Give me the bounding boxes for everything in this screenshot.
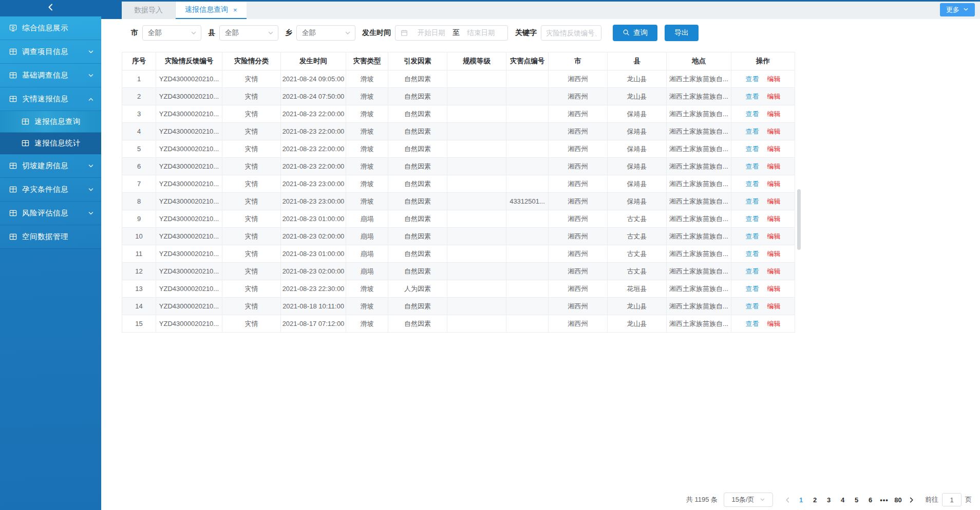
cell-county: 保靖县 [608, 193, 667, 210]
cell-factor: 自然因素 [388, 123, 447, 140]
edit-link[interactable]: 编辑 [767, 197, 781, 205]
pager-page-3[interactable]: 3 [822, 496, 836, 504]
pager-page-4[interactable]: 4 [836, 496, 850, 504]
vertical-scrollbar-thumb[interactable] [797, 189, 801, 250]
tab-data-import[interactable]: 数据导入 [122, 2, 176, 19]
cell-actions: 查看编辑 [731, 123, 795, 140]
sidebar-item-5[interactable]: 孕灾条件信息 [0, 178, 101, 202]
sidebar-item-2[interactable]: 基础调查信息 [0, 64, 101, 87]
view-link[interactable]: 查看 [746, 267, 759, 275]
view-link[interactable]: 查看 [746, 180, 759, 188]
view-link[interactable]: 查看 [746, 250, 759, 258]
edit-link[interactable]: 编辑 [767, 232, 781, 240]
cell-no: 11 [122, 245, 156, 263]
view-link[interactable]: 查看 [746, 145, 759, 153]
keyword-input[interactable] [541, 25, 601, 41]
start-date-placeholder[interactable]: 开始日期 [410, 28, 453, 38]
sidebar-subitem-3-1[interactable]: 速报信息统计 [0, 133, 101, 154]
edit-link[interactable]: 编辑 [767, 302, 781, 310]
page-size-select[interactable]: 15条/页 [724, 493, 773, 507]
close-icon[interactable]: × [233, 6, 237, 14]
view-link[interactable]: 查看 [746, 75, 759, 83]
cell-time: 2021-08-23 01:00:00 [281, 245, 346, 263]
edit-link[interactable]: 编辑 [767, 110, 781, 118]
cell-city: 湘西州 [549, 210, 608, 228]
edit-link[interactable]: 编辑 [767, 320, 781, 327]
view-link[interactable]: 查看 [746, 215, 759, 223]
cell-county: 古丈县 [608, 228, 667, 245]
edit-link[interactable]: 编辑 [767, 250, 781, 258]
cell-scale [447, 280, 506, 298]
column-header: 灾险情分类 [222, 52, 281, 70]
view-link[interactable]: 查看 [746, 285, 759, 293]
cell-actions: 查看编辑 [731, 158, 795, 175]
export-button[interactable]: 导出 [665, 25, 699, 41]
pager-page-6[interactable]: 6 [863, 496, 877, 504]
chevron-down-icon [191, 30, 197, 36]
cell-scale [447, 193, 506, 210]
cell-time: 2021-08-23 01:00:00 [281, 210, 346, 228]
cell-city: 湘西州 [549, 228, 608, 245]
cell-type: 滑坡 [346, 315, 388, 333]
edit-link[interactable]: 编辑 [767, 93, 781, 100]
more-button[interactable]: 更多 [940, 3, 975, 16]
city-select[interactable]: 全部 [142, 25, 201, 41]
cell-location: 湘西土家族苗族自... [667, 193, 731, 210]
pager-page-80[interactable]: 80 [891, 496, 905, 504]
sidebar-item-1[interactable]: 调查项目信息 [0, 40, 101, 64]
chevron-down-icon [345, 30, 351, 36]
table-row: 2YZD43000020210...灾情2021-08-24 07:50:00滑… [122, 88, 795, 105]
county-select[interactable]: 全部 [219, 25, 278, 41]
end-date-placeholder[interactable]: 结束日期 [460, 28, 502, 38]
cell-point_code [506, 88, 549, 105]
edit-link[interactable]: 编辑 [767, 75, 781, 83]
sidebar-item-6[interactable]: 风险评估信息 [0, 202, 101, 225]
date-range-picker[interactable]: 开始日期 至 结束日期 [395, 25, 508, 41]
pager-prev-icon[interactable] [784, 497, 791, 503]
cell-point_code [506, 123, 549, 140]
view-link[interactable]: 查看 [746, 320, 759, 327]
sidebar-item-4[interactable]: 切坡建房信息 [0, 154, 101, 178]
sidebar-item-label: 基础调查信息 [22, 70, 68, 80]
view-link[interactable]: 查看 [746, 302, 759, 310]
sidebar-item-3[interactable]: 灾情速报信息 [0, 87, 101, 111]
edit-link[interactable]: 编辑 [767, 267, 781, 275]
edit-link[interactable]: 编辑 [767, 162, 781, 170]
goto-label: 前往 [925, 495, 938, 504]
cell-location: 湘西土家族苗族自... [667, 88, 731, 105]
view-link[interactable]: 查看 [746, 128, 759, 135]
pager-page-2[interactable]: 2 [808, 496, 822, 504]
view-link[interactable]: 查看 [746, 110, 759, 118]
cell-code: YZD43000020210... [156, 210, 222, 228]
cell-category: 灾情 [222, 245, 281, 263]
cell-actions: 查看编辑 [731, 280, 795, 298]
view-link[interactable]: 查看 [746, 197, 759, 205]
sidebar-collapse-button[interactable] [0, 0, 101, 16]
column-header: 地点 [667, 52, 731, 70]
pager-next-icon[interactable] [908, 497, 915, 503]
view-link[interactable]: 查看 [746, 232, 759, 240]
pager-page-5[interactable]: 5 [850, 496, 863, 504]
cell-time: 2021-08-24 09:05:00 [281, 70, 346, 88]
column-header: 灾害点编号 [506, 52, 549, 70]
edit-link[interactable]: 编辑 [767, 180, 781, 188]
view-link[interactable]: 查看 [746, 162, 759, 170]
search-button[interactable]: 查询 [613, 25, 657, 41]
sidebar-item-0[interactable]: 综合信息展示 [0, 16, 101, 40]
pager-page-1[interactable]: 1 [794, 496, 808, 504]
edit-link[interactable]: 编辑 [767, 215, 781, 223]
cell-type: 滑坡 [346, 280, 388, 298]
edit-link[interactable]: 编辑 [767, 285, 781, 293]
edit-link[interactable]: 编辑 [767, 128, 781, 135]
date-separator: 至 [453, 28, 460, 38]
sidebar-subitem-label: 速报信息统计 [34, 138, 81, 148]
edit-link[interactable]: 编辑 [767, 145, 781, 153]
tab-report-query[interactable]: 速报信息查询 × [176, 2, 247, 19]
sidebar-subitem-3-0[interactable]: 速报信息查询 [0, 111, 101, 133]
sidebar-item-7[interactable]: 空间数据管理 [0, 225, 101, 249]
goto-page-input[interactable] [942, 493, 962, 506]
cell-location: 湘西土家族苗族自... [667, 315, 731, 333]
view-link[interactable]: 查看 [746, 93, 759, 100]
pager-ellipsis[interactable]: ••• [877, 496, 891, 504]
town-select[interactable]: 全部 [296, 25, 355, 41]
